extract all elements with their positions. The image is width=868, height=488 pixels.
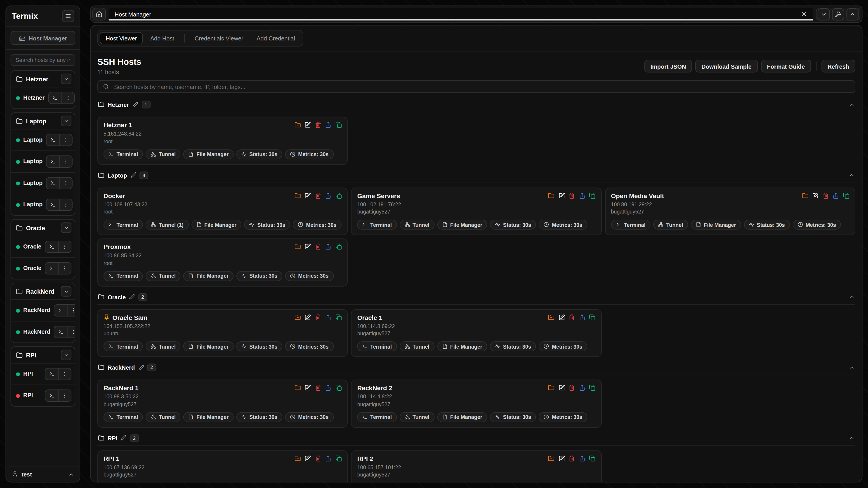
tunnel-chip[interactable]: Tunnel [653, 220, 688, 230]
folder-collapse-button[interactable] [61, 74, 71, 84]
edit-host-icon[interactable] [558, 314, 565, 321]
duplicate-host-icon[interactable] [336, 385, 342, 391]
duplicate-host-icon[interactable] [336, 314, 342, 321]
import-json-button[interactable]: Import JSON [645, 60, 692, 72]
terminal-chip[interactable]: Terminal [103, 220, 143, 230]
edit-host-icon[interactable] [558, 455, 565, 462]
host-menu-button[interactable] [59, 156, 72, 167]
delete-host-icon[interactable] [315, 385, 321, 391]
remove-from-folder-icon[interactable] [548, 193, 555, 199]
tab-close-button[interactable] [801, 11, 807, 17]
remove-from-folder-icon[interactable] [294, 385, 301, 391]
sidebar-host-item[interactable]: Laptop [11, 129, 75, 151]
delete-host-icon[interactable] [315, 243, 321, 250]
host-terminal-button[interactable] [54, 305, 67, 316]
host-terminal-button[interactable] [54, 326, 67, 337]
host-terminal-button[interactable] [46, 134, 59, 145]
host-menu-button[interactable] [61, 92, 74, 103]
edit-folder-icon[interactable] [129, 294, 135, 300]
edit-host-icon[interactable] [558, 385, 565, 391]
file-manager-chip[interactable]: File Manager [437, 412, 487, 422]
host-terminal-button[interactable] [46, 199, 59, 210]
file-manager-chip[interactable]: File Manager [191, 220, 241, 230]
sidebar-host-item[interactable]: Hetzner [11, 87, 75, 108]
host-manager-nav-button[interactable]: Host Manager [11, 31, 75, 45]
tab-add-host[interactable]: Add Host [144, 32, 180, 44]
tools-button[interactable] [832, 8, 844, 20]
export-host-icon[interactable] [579, 455, 585, 462]
download-sample-button[interactable]: Download Sample [695, 60, 757, 72]
file-manager-chip[interactable]: File Manager [437, 220, 487, 230]
metrics-chip[interactable]: Metrics: 30s [285, 149, 333, 159]
tunnel-chip[interactable]: Tunnel [399, 341, 434, 351]
edit-folder-icon[interactable] [132, 102, 138, 107]
host-terminal-button[interactable] [45, 390, 58, 401]
delete-host-icon[interactable] [822, 193, 829, 199]
remove-from-folder-icon[interactable] [294, 122, 301, 128]
delete-host-icon[interactable] [315, 122, 321, 128]
sidebar-user[interactable]: test [6, 466, 80, 482]
tunnel-chip[interactable]: Tunnel [146, 341, 181, 351]
tunnel-chip[interactable]: Tunnel [146, 271, 181, 281]
tab-add-credential[interactable]: Add Credential [250, 32, 301, 44]
host-menu-button[interactable] [59, 199, 72, 210]
terminal-chip[interactable]: Terminal [357, 412, 397, 422]
delete-host-icon[interactable] [315, 455, 321, 462]
status-chip[interactable]: Status: 30s [236, 412, 282, 422]
section-collapse-icon[interactable] [848, 294, 855, 300]
metrics-chip[interactable]: Metrics: 30s [539, 412, 587, 422]
host-menu-button[interactable] [58, 241, 71, 252]
delete-host-icon[interactable] [568, 385, 575, 391]
status-chip[interactable]: Status: 30s [244, 220, 290, 230]
export-host-icon[interactable] [325, 385, 331, 391]
terminal-chip[interactable]: Terminal [103, 271, 143, 281]
tunnel-chip[interactable]: Tunnel [399, 412, 434, 422]
status-chip[interactable]: Status: 30s [236, 149, 282, 159]
sidebar-host-item[interactable]: RackNerd [11, 299, 75, 321]
terminal-chip[interactable]: Terminal [357, 220, 397, 230]
status-chip[interactable]: Status: 30s [490, 341, 536, 351]
export-host-icon[interactable] [579, 193, 585, 199]
metrics-chip[interactable]: Metrics: 30s [293, 220, 341, 230]
folder-collapse-button[interactable] [61, 222, 71, 233]
status-chip[interactable]: Status: 30s [236, 341, 282, 351]
remove-from-folder-icon[interactable] [294, 314, 301, 321]
status-chip[interactable]: Status: 30s [490, 412, 536, 422]
format-guide-button[interactable]: Format Guide [761, 60, 811, 72]
host-terminal-button[interactable] [46, 177, 59, 189]
host-menu-button[interactable] [58, 263, 71, 274]
duplicate-host-icon[interactable] [336, 122, 342, 128]
metrics-chip[interactable]: Metrics: 30s [539, 341, 587, 351]
tunnel-chip[interactable]: Tunnel (1) [146, 220, 188, 230]
file-manager-chip[interactable]: File Manager [183, 271, 234, 281]
tab-list-button[interactable] [817, 8, 830, 20]
host-menu-button[interactable] [59, 177, 72, 189]
edit-folder-icon[interactable] [130, 172, 136, 178]
remove-from-folder-icon[interactable] [294, 455, 301, 462]
home-button[interactable] [92, 8, 106, 20]
section-collapse-icon[interactable] [848, 172, 855, 178]
sidebar-host-item[interactable]: Laptop [11, 151, 75, 172]
sidebar-host-item[interactable]: Oracle [11, 257, 75, 279]
edit-host-icon[interactable] [305, 243, 311, 250]
sidebar-host-item[interactable]: RPI [11, 385, 75, 406]
file-manager-chip[interactable]: File Manager [183, 341, 234, 351]
host-terminal-button[interactable] [45, 263, 58, 274]
folder-collapse-button[interactable] [61, 286, 71, 297]
file-manager-chip[interactable]: File Manager [437, 341, 487, 351]
sidebar-host-item[interactable]: Laptop [11, 172, 75, 194]
tunnel-chip[interactable]: Tunnel [146, 149, 181, 159]
tab-host-viewer[interactable]: Host Viewer [100, 32, 143, 44]
sidebar-host-item[interactable]: RackNerd [11, 321, 75, 343]
edit-host-icon[interactable] [812, 193, 818, 199]
tunnel-chip[interactable]: Tunnel [146, 412, 181, 422]
collapse-topbar-button[interactable] [846, 8, 859, 20]
host-search-input[interactable] [113, 83, 850, 90]
duplicate-host-icon[interactable] [589, 385, 595, 391]
terminal-chip[interactable]: Terminal [103, 149, 143, 159]
export-host-icon[interactable] [325, 314, 331, 321]
duplicate-host-icon[interactable] [336, 243, 342, 250]
duplicate-host-icon[interactable] [589, 314, 595, 321]
host-terminal-button[interactable] [46, 156, 59, 167]
host-terminal-button[interactable] [49, 92, 61, 103]
